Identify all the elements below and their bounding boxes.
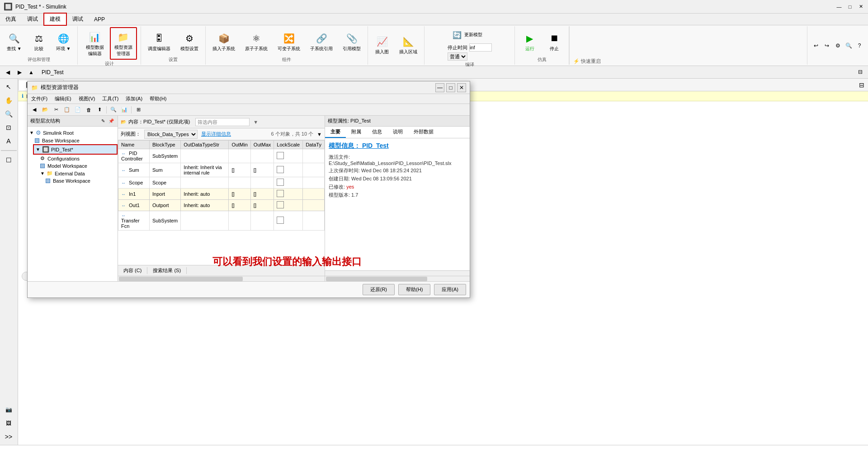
toolbar-help[interactable]: ? (854, 41, 864, 51)
filter-input[interactable] (195, 118, 250, 126)
search-tab[interactable]: 搜索结果 (S) (147, 267, 187, 274)
col-outmax[interactable]: OutMax (250, 141, 274, 149)
btn-back[interactable]: ◀ (3, 67, 13, 77)
sidebar-screenshot[interactable]: 🖼 (1, 417, 16, 430)
btn-insert-chart[interactable]: 📈 插入图 (371, 32, 393, 57)
sidebar-select[interactable]: ↖ (1, 80, 16, 93)
right-hscroll[interactable] (325, 276, 470, 281)
dialog-menu-edit[interactable]: 编辑(E) (51, 94, 75, 103)
col-name[interactable]: Name (118, 141, 150, 149)
sidebar-zoom[interactable]: 🔍 (1, 108, 16, 120)
dt-paste[interactable]: 📄 (73, 105, 83, 114)
content-tab[interactable]: 内容 (C) (118, 267, 147, 274)
btn-atomic-subsystem[interactable]: ⚛ 原子子系统 (241, 29, 272, 54)
dt-filter[interactable]: 📊 (119, 105, 129, 114)
btn-subsystem-ref[interactable]: 🔗 子系统引用 (306, 29, 337, 54)
btn-compare[interactable]: ⚖ 比较 (28, 29, 50, 54)
tree-item-base-workspace-nested[interactable]: Base Workspace (44, 177, 118, 184)
sidebar-checkbox[interactable]: ☐ (1, 154, 16, 166)
col-dataty[interactable]: DataTy (303, 141, 325, 149)
dt-search[interactable]: 🔍 (108, 105, 118, 114)
table-row-out1[interactable]: ↔ Out1 Outport Inherit: auto [] [] (118, 200, 325, 211)
menu-jianmo[interactable]: 建模 (43, 13, 67, 26)
dt-up[interactable]: ⬆ (94, 105, 104, 114)
minimize-btn[interactable]: — (835, 3, 843, 10)
tab-info[interactable]: 信息 (367, 127, 387, 138)
btn-model-settings[interactable]: ⚙ 模型设置 (176, 29, 203, 54)
btn-help[interactable]: 帮助(H) (398, 284, 430, 295)
dialog-menu-tools[interactable]: 工具(T) (99, 94, 122, 103)
dialog-menu-help[interactable]: 帮助(H) (146, 94, 170, 103)
sim-mode-select[interactable]: 普通 (448, 52, 467, 61)
view-select[interactable]: Block_Data_Types (144, 130, 198, 139)
menu-tiaoshi[interactable]: 调试 (22, 14, 43, 25)
table-row[interactable]: ↔ Scope Scope (118, 177, 325, 189)
toolbar-settings[interactable]: ⚙ (833, 41, 843, 51)
tree-edit-btn[interactable]: ✎ (99, 118, 107, 125)
quick-restart-btn[interactable]: ⚡ 快速重启 (573, 58, 601, 65)
btn-restore[interactable]: 还原(R) (363, 284, 395, 295)
dt-folder-new[interactable]: 📂 (40, 105, 50, 114)
tree-item-simulink-root[interactable]: ▼ ⚙ Simulink Root (28, 128, 118, 137)
maximize-btn[interactable]: □ (846, 3, 854, 10)
btn-up[interactable]: ▲ (26, 67, 36, 77)
model-info-title[interactable]: 模型信息： PID_Test (329, 142, 466, 150)
btn-update-model[interactable]: 🔄 更新模型 (448, 27, 486, 42)
sidebar-text[interactable]: A (1, 135, 16, 147)
sidebar-pan[interactable]: ✋ (1, 94, 16, 107)
tree-item-base-workspace[interactable]: Base Workspace (33, 137, 118, 144)
btn-variant-subsystem[interactable]: 🔀 可变子系统 (274, 29, 304, 54)
btn-run[interactable]: ▶ 运行 (519, 29, 541, 54)
stop-time-input[interactable] (469, 43, 492, 52)
dialog-menu-view[interactable]: 视图(V) (75, 94, 99, 103)
close-btn[interactable]: ✕ (857, 3, 864, 10)
menu-tiaoshi2[interactable]: 调试 (67, 14, 89, 25)
dialog-menu-add[interactable]: 添加(A) (122, 94, 146, 103)
tree-item-pid-test[interactable]: ▼ 🔲 PID_Test* (33, 144, 118, 155)
menu-app[interactable]: APP (89, 14, 110, 24)
btn-forward[interactable]: ▶ (14, 67, 24, 77)
dialog-minimize-btn[interactable]: — (435, 83, 444, 92)
btn-apply[interactable]: 应用(A) (434, 284, 466, 295)
dialog-maximize-btn[interactable]: □ (446, 83, 455, 92)
detail-link[interactable]: 显示详细信息 (201, 131, 231, 137)
menu-fangzhen[interactable]: 仿真 (0, 14, 22, 25)
toolbar-search2[interactable]: 🔍 (844, 41, 854, 51)
sidebar-camera[interactable]: 📷 (1, 403, 16, 416)
collapse-btn[interactable]: ⊟ (858, 69, 865, 76)
col-outmin[interactable]: OutMin (229, 141, 250, 149)
dt-cut[interactable]: ✂ (51, 105, 61, 114)
btn-tune[interactable]: 🎛 调度编辑器 (144, 29, 175, 54)
btn-insert-area[interactable]: 📐 插入区域 (395, 32, 421, 57)
btn-env[interactable]: 🌐 环境 ▼ (52, 29, 75, 54)
tab-external-data[interactable]: 外部数据 (408, 127, 439, 138)
dt-copy[interactable]: 📋 (62, 105, 72, 114)
horiz-scrollbar[interactable] (118, 276, 325, 281)
btn-model-workspace-manager[interactable]: 📁 模型资源管理器 (110, 27, 137, 60)
btn-search[interactable]: 🔍 查找 ▼ (3, 29, 26, 54)
dt-grid[interactable]: ⊞ (133, 105, 143, 114)
col-outdatatype[interactable]: OutDataTypeStr (181, 141, 229, 149)
dt-back[interactable]: ◀ (29, 105, 39, 114)
tab-description[interactable]: 说明 (387, 127, 408, 138)
tree-item-configurations[interactable]: ⚙ Configurations (38, 155, 118, 162)
sidebar-fit[interactable]: ⊡ (1, 121, 16, 134)
dialog-close-btn[interactable]: ✕ (457, 83, 466, 92)
btn-insert-subsystem[interactable]: 📦 插入子系统 (208, 29, 239, 54)
tree-item-external-data[interactable]: ▼ 📁 External Data (38, 170, 118, 177)
dt-delete[interactable]: 🗑 (84, 105, 94, 114)
tree-item-model-workspace[interactable]: Model Workspace (38, 162, 118, 170)
toolbar-undo[interactable]: ↩ (811, 41, 821, 51)
dialog-menu-file[interactable]: 文件(F) (28, 94, 51, 103)
tab-annex[interactable]: 附属 (346, 127, 367, 138)
col-blocktype[interactable]: BlockType (149, 141, 180, 149)
count-filter-btn[interactable]: ▼ (317, 132, 322, 137)
toolbar-redo[interactable]: ↪ (822, 41, 832, 51)
filter-icon[interactable]: ▼ (253, 119, 258, 125)
col-lockscale[interactable]: LockScale (274, 141, 303, 149)
table-row[interactable]: ↔ Transfer Fcn SubSystem (118, 211, 325, 231)
btn-stop[interactable]: ⏹ 停止 (543, 29, 566, 54)
sidebar-more[interactable]: >> (1, 430, 16, 443)
table-row[interactable]: ↔ PID Controller SubSystem (118, 149, 325, 163)
btn-model-data-editor[interactable]: 📊 模型数据编辑器 (82, 28, 108, 59)
